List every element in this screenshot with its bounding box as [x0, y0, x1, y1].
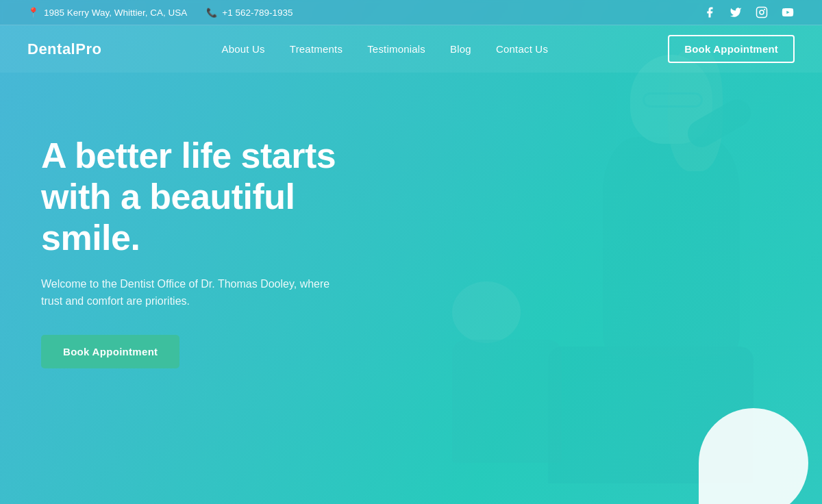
nav-link-blog[interactable]: Blog [450, 43, 471, 55]
top-bar-left: 📍 1985 Kerry Way, Whittier, CA, USA 📞 +1… [27, 7, 293, 18]
nav-item-treatments[interactable]: Treatments [290, 43, 342, 55]
nav-link-testimonials[interactable]: Testimonials [367, 43, 425, 55]
nav-link-about[interactable]: About Us [222, 43, 265, 55]
nav-link-contact[interactable]: Contact Us [496, 43, 548, 55]
instagram-icon[interactable] [755, 5, 769, 19]
address-info: 📍 1985 Kerry Way, Whittier, CA, USA [27, 7, 187, 18]
nav-item-blog[interactable]: Blog [450, 43, 471, 55]
top-bar: 📍 1985 Kerry Way, Whittier, CA, USA 📞 +1… [0, 0, 822, 25]
hero-content: A better life starts with a beautiful sm… [0, 0, 411, 504]
hero-subtitle: Welcome to the Dentist Office of Dr. Tho… [41, 275, 342, 310]
hero-title: A better life starts with a beautiful sm… [41, 136, 384, 258]
site-logo[interactable]: DentalPro [27, 40, 101, 58]
address-text: 1985 Kerry Way, Whittier, CA, USA [44, 8, 187, 18]
social-icons [703, 5, 795, 19]
hero-book-appointment-button[interactable]: Book Appointment [41, 335, 179, 368]
facebook-icon[interactable] [703, 5, 717, 19]
navbar: DentalPro About Us Treatments Testimonia… [0, 25, 822, 73]
location-icon: 📍 [27, 7, 39, 18]
youtube-icon[interactable] [781, 5, 795, 19]
phone-icon: 📞 [206, 8, 217, 18]
twitter-icon[interactable] [729, 5, 743, 19]
svg-point-2 [764, 10, 765, 10]
nav-link-treatments[interactable]: Treatments [290, 43, 342, 55]
nav-item-contact[interactable]: Contact Us [496, 43, 548, 55]
svg-point-1 [760, 10, 764, 14]
svg-rect-0 [757, 8, 767, 18]
page-wrapper: 📍 1985 Kerry Way, Whittier, CA, USA 📞 +1… [0, 0, 822, 504]
nav-item-about[interactable]: About Us [222, 43, 265, 55]
nav-book-appointment-button[interactable]: Book Appointment [668, 35, 795, 63]
nav-item-testimonials[interactable]: Testimonials [367, 43, 425, 55]
phone-info[interactable]: 📞 +1 562-789-1935 [206, 8, 292, 18]
phone-text: +1 562-789-1935 [222, 8, 292, 18]
nav-links: About Us Treatments Testimonials Blog Co… [222, 43, 549, 55]
